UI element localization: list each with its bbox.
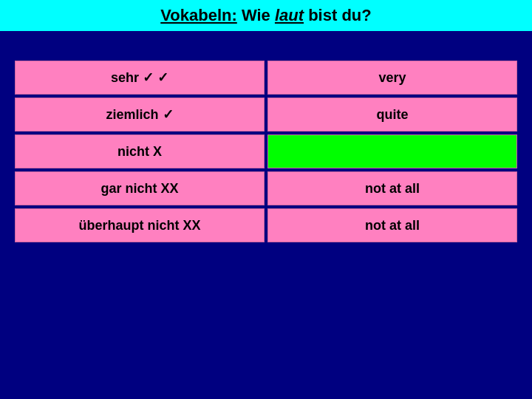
cell-left-2: nicht X [15,134,265,168]
table-row: ziemlich ✓quite [15,98,517,132]
cell-left-4: überhaupt nicht XX [15,208,265,242]
cell-left-0: sehr ✓ ✓ [15,61,265,95]
cell-right-1: quite [267,98,517,132]
vocab-table: sehr ✓ ✓veryziemlich ✓quitenicht Xgar ni… [15,61,517,242]
cell-right-2 [267,134,517,168]
table-row: nicht X [15,134,517,168]
title-laut: laut [275,6,304,24]
page-wrapper: Vokabeln: Wie laut bist du? sehr ✓ ✓very… [0,0,532,399]
cell-right-0: very [267,61,517,95]
cell-right-4: not at all [267,208,517,242]
title-vokabeln: Vokabeln: [160,6,237,24]
cell-left-3: gar nicht XX [15,171,265,205]
title-suffix: bist du? [304,6,372,24]
table-row: gar nicht XXnot at all [15,171,517,205]
table-row: sehr ✓ ✓very [15,61,517,95]
table-row: überhaupt nicht XXnot at all [15,208,517,242]
title-bar: Vokabeln: Wie laut bist du? [0,0,532,31]
cell-right-3: not at all [267,171,517,205]
cell-left-1: ziemlich ✓ [15,98,265,132]
title-wie: Wie [237,6,275,24]
